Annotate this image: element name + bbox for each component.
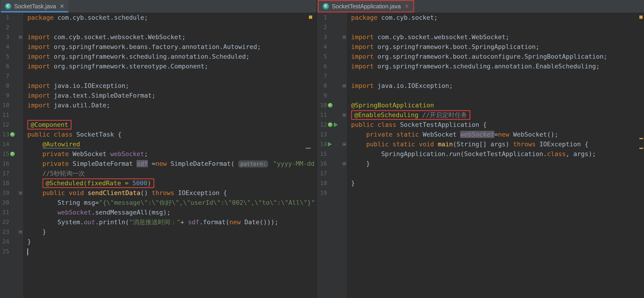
- line-number[interactable]: 12: [317, 120, 327, 130]
- line-number[interactable]: 9: [317, 91, 327, 100]
- code-line[interactable]: 13public class SocketTask {: [0, 130, 316, 139]
- close-icon[interactable]: ✕: [404, 3, 409, 10]
- code-line[interactable]: 7: [317, 71, 644, 81]
- scroll-stripe-marker[interactable]: [309, 16, 312, 19]
- line-number[interactable]: 17: [317, 169, 327, 178]
- line-number[interactable]: 16: [0, 159, 9, 169]
- line-number[interactable]: 11: [317, 110, 327, 120]
- code-line[interactable]: 8import java.io.IOException;: [317, 81, 644, 91]
- line-number[interactable]: 3: [317, 32, 327, 42]
- code-text[interactable]: @Scheduled(fixedRate = 5000): [24, 178, 316, 188]
- code-line[interactable]: 12public class SocketTestApplication {: [317, 120, 644, 130]
- line-number[interactable]: 5: [0, 52, 9, 62]
- code-line[interactable]: 13 private static WebSocket webSocket=ne…: [317, 130, 644, 139]
- line-number[interactable]: 19: [0, 188, 9, 198]
- run-icon[interactable]: [328, 142, 332, 147]
- code-text[interactable]: import org.springframework.scheduling.an…: [24, 52, 316, 62]
- code-text[interactable]: [348, 91, 644, 100]
- editor-left[interactable]: 1package com.cyb.socket.schedule;23impor…: [0, 13, 316, 298]
- code-text[interactable]: import org.springframework.beans.factory…: [24, 42, 316, 52]
- code-text[interactable]: import org.springframework.scheduling.an…: [348, 62, 644, 71]
- code-text[interactable]: private SimpleDateFormat sdf =new Simple…: [24, 159, 316, 169]
- code-line[interactable]: 4import org.springframework.boot.SpringA…: [317, 42, 644, 52]
- code-line[interactable]: 22 System.out.println("消息推送时间："+ sdf.for…: [0, 217, 316, 227]
- line-number[interactable]: 13: [317, 130, 327, 139]
- code-line[interactable]: 12@Component: [0, 120, 316, 130]
- line-number[interactable]: 14: [317, 139, 327, 149]
- line-number[interactable]: 21: [0, 208, 9, 217]
- code-line[interactable]: 7: [0, 71, 316, 81]
- fold-icon[interactable]: [342, 113, 346, 117]
- code-text[interactable]: }: [348, 159, 644, 169]
- fold-icon[interactable]: [342, 84, 346, 88]
- line-number[interactable]: 18: [0, 178, 9, 188]
- tab-sockettestapplication[interactable]: C SocketTestApplication.java ✕: [318, 0, 414, 13]
- line-number[interactable]: 18: [317, 178, 327, 188]
- code-text[interactable]: import java.io.IOException;: [24, 81, 316, 91]
- spring-bean-icon[interactable]: [10, 132, 15, 137]
- code-text[interactable]: private WebSocket webSocket;: [24, 149, 316, 159]
- line-number[interactable]: 20: [0, 198, 9, 208]
- code-text[interactable]: [24, 71, 316, 81]
- spring-bean-icon[interactable]: [328, 122, 332, 127]
- code-text[interactable]: public class SocketTestApplication {: [348, 120, 644, 130]
- code-line[interactable]: 15 SpringApplication.run(SocketTestAppli…: [317, 149, 644, 159]
- line-number[interactable]: 4: [317, 42, 327, 52]
- line-number[interactable]: 15: [0, 149, 9, 159]
- line-number[interactable]: 13: [0, 130, 9, 139]
- code-text[interactable]: package com.cyb.socket;: [348, 13, 644, 23]
- code-line[interactable]: 3import com.cyb.socket.websocket.WebSock…: [317, 32, 644, 42]
- code-text[interactable]: @SpringBootApplication: [348, 100, 644, 110]
- line-number[interactable]: 17: [0, 169, 9, 178]
- code-line[interactable]: 20 String msg="{\"message\":\"你好\",\"use…: [0, 198, 316, 208]
- line-number[interactable]: 19: [317, 188, 327, 198]
- line-number[interactable]: 22: [0, 217, 9, 227]
- code-line[interactable]: 17: [317, 169, 644, 178]
- code-line[interactable]: 18}: [317, 178, 644, 188]
- code-text[interactable]: //5秒轮询一次: [24, 169, 316, 178]
- code-text[interactable]: import java.io.IOException;: [348, 81, 644, 91]
- code-line[interactable]: 11: [0, 110, 316, 120]
- line-number[interactable]: 11: [0, 110, 9, 120]
- code-text[interactable]: import java.text.SimpleDateFormat;: [24, 91, 316, 100]
- code-text[interactable]: public void sendClientData() throws IOEx…: [24, 188, 316, 198]
- code-text[interactable]: import com.cyb.socket.websocket.WebSocke…: [348, 32, 644, 42]
- code-line[interactable]: 24}: [0, 237, 316, 246]
- line-number[interactable]: 1: [317, 13, 327, 23]
- code-line[interactable]: 14 @Autowired: [0, 139, 316, 149]
- code-line[interactable]: 9import java.text.SimpleDateFormat;: [0, 91, 316, 100]
- line-number[interactable]: 1: [0, 13, 9, 23]
- code-text[interactable]: SpringApplication.run(SocketTestApplicat…: [348, 149, 644, 159]
- code-text[interactable]: [24, 110, 316, 120]
- line-number[interactable]: 5: [317, 52, 327, 62]
- code-line[interactable]: 16 }: [317, 159, 644, 169]
- code-line[interactable]: 8import java.io.IOException;: [0, 81, 316, 91]
- code-line[interactable]: 16 private SimpleDateFormat sdf =new Sim…: [0, 159, 316, 169]
- scroll-stripe-dash[interactable]: [639, 148, 643, 149]
- line-number[interactable]: 14: [0, 139, 9, 149]
- code-text[interactable]: [348, 188, 644, 198]
- code-text[interactable]: public class SocketTask {: [24, 130, 316, 139]
- spring-bean-icon[interactable]: [10, 152, 15, 156]
- line-number[interactable]: 2: [317, 23, 327, 32]
- fold-icon[interactable]: [342, 143, 346, 146]
- code-line[interactable]: 3import com.cyb.socket.websocket.WebSock…: [0, 32, 316, 42]
- line-number[interactable]: 2: [0, 23, 9, 32]
- line-number[interactable]: 10: [0, 100, 9, 110]
- code-text[interactable]: [348, 169, 644, 178]
- code-text[interactable]: }: [24, 237, 316, 246]
- code-line[interactable]: 2: [0, 23, 316, 32]
- code-line[interactable]: 6import org.springframework.scheduling.a…: [317, 62, 644, 71]
- code-text[interactable]: import org.springframework.stereotype.Co…: [24, 62, 316, 71]
- code-line[interactable]: 14 public static void main(String[] args…: [317, 139, 644, 149]
- code-text[interactable]: System.out.println("消息推送时间："+ sdf.format…: [24, 217, 316, 227]
- code-line[interactable]: 21 webSocket.sendMessageAll(msg);: [0, 208, 316, 217]
- code-line[interactable]: 1package com.cyb.socket.schedule;: [0, 13, 316, 23]
- editor-right[interactable]: 1package com.cyb.socket;23import com.cyb…: [317, 13, 644, 298]
- scroll-stripe-dash[interactable]: [306, 148, 311, 149]
- code-line[interactable]: 19: [317, 188, 644, 198]
- code-line[interactable]: 5import org.springframework.boot.autocon…: [317, 52, 644, 62]
- line-number[interactable]: 15: [317, 149, 327, 159]
- code-line[interactable]: 23 }: [0, 227, 316, 237]
- code-text[interactable]: @Autowired: [24, 139, 316, 149]
